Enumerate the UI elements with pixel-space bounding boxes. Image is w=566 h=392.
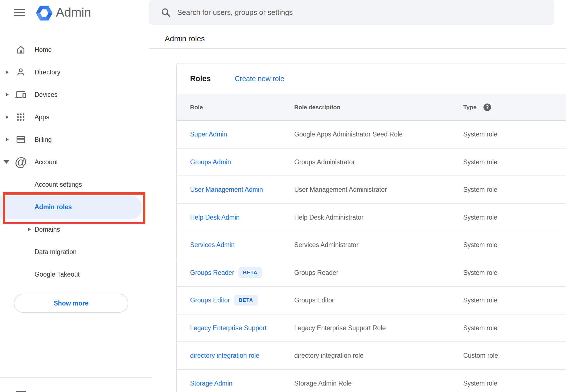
sidebar-item-label: Account [35, 158, 58, 166]
sidebar-item-google-takeout[interactable]: Google Takeout [0, 263, 145, 286]
role-link[interactable]: directory integration role [190, 352, 259, 359]
apps-grid-icon [15, 111, 26, 123]
table-row: Groups Admin Groups Administrator System… [177, 149, 566, 176]
table-row: Groups Editor BETA Groups Editor System … [177, 287, 566, 314]
role-description: Storage Admin Role [294, 379, 352, 387]
table-row: Groups Reader BETA Groups Reader System … [177, 259, 566, 287]
role-link[interactable]: Super Admin [190, 131, 227, 138]
role-link[interactable]: Groups Admin [190, 158, 231, 166]
table-row: directory integration role directory int… [177, 342, 566, 370]
sidebar: Home Directory Devices [0, 38, 145, 286]
sidebar-item-devices[interactable]: Devices [0, 83, 145, 106]
search-input[interactable] [177, 4, 554, 21]
role-type: System role [463, 379, 497, 387]
hamburger-icon [14, 15, 25, 16]
sidebar-item-home[interactable]: Home [0, 38, 145, 61]
role-link[interactable]: Services Admin [190, 241, 235, 249]
role-description: Legacy Enterprise Support Role [294, 324, 386, 332]
sidebar-item-domains[interactable]: Domains [0, 218, 145, 241]
role-description: Help Desk Administrator [294, 213, 364, 221]
column-header-type: Type [463, 104, 476, 111]
admin-logo-icon [36, 6, 53, 20]
search-bar[interactable] [149, 0, 554, 25]
product-title: Admin [56, 5, 91, 20]
hamburger-icon [14, 9, 25, 10]
sidebar-item-apps[interactable]: Apps [0, 106, 145, 128]
sidebar-item-label: Domains [35, 226, 60, 233]
sidebar-item-label: Billing [35, 136, 52, 143]
breadcrumb-divider [149, 48, 566, 49]
devices-icon [15, 89, 26, 100]
roles-table-body: Super Admin Google Apps Administrator Se… [177, 121, 566, 392]
sidebar-item-label: Data migration [35, 248, 77, 256]
table-row: Services Admin Services Administrator Sy… [177, 231, 566, 259]
search-icon [160, 7, 171, 18]
role-link[interactable]: Help Desk Admin [190, 213, 239, 221]
sidebar-item-label: Devices [35, 91, 58, 99]
sidebar-item-label: Google Takeout [35, 271, 80, 278]
create-new-role-link[interactable]: Create new role [235, 75, 284, 83]
role-description: Groups Administrator [294, 158, 355, 166]
role-type: System role [463, 213, 497, 221]
role-type: System role [463, 131, 497, 138]
sidebar-item-label: Account settings [35, 181, 82, 188]
role-description: directory integration role [294, 352, 364, 359]
role-link[interactable]: User Management Admin [190, 186, 263, 193]
sidebar-bottom-divider [0, 377, 152, 378]
sidebar-item-label: Directory [35, 69, 60, 76]
roles-title: Roles [190, 74, 211, 83]
home-icon [15, 44, 26, 55]
chevron-down-icon[interactable] [4, 160, 9, 164]
beta-badge: BETA [238, 267, 262, 278]
beta-badge: BETA [234, 295, 258, 306]
hamburger-menu-button[interactable] [14, 9, 25, 17]
table-row: Storage Admin Storage Admin Role System … [177, 370, 566, 392]
role-description: Services Administrator [294, 241, 359, 249]
column-header-role: Role [190, 104, 203, 111]
role-type: System role [463, 158, 497, 166]
chevron-right-icon[interactable] [6, 115, 9, 119]
role-link[interactable]: Legacy Enterprise Support [190, 324, 266, 332]
role-type: System role [463, 241, 497, 249]
sidebar-item-admin-roles[interactable]: Admin roles [0, 196, 145, 218]
at-sign-icon: @ [15, 156, 26, 168]
role-link[interactable]: Groups Editor [190, 297, 230, 304]
google-admin-console: Admin Admin roles Home [0, 0, 566, 392]
role-type: System role [463, 324, 497, 332]
chevron-right-icon[interactable] [6, 138, 9, 142]
sidebar-item-billing[interactable]: Billing [0, 128, 145, 151]
sidebar-item-account-settings[interactable]: Account settings [0, 173, 145, 196]
sidebar-item-directory[interactable]: Directory [0, 61, 145, 83]
chevron-right-icon[interactable] [6, 93, 9, 97]
hamburger-icon [14, 12, 25, 13]
person-icon [15, 67, 26, 78]
role-type: System role [463, 297, 497, 304]
chevron-right-icon[interactable] [28, 227, 31, 231]
partial-sidebar-icon [16, 391, 26, 392]
breadcrumb: Admin roles [165, 35, 205, 43]
role-description: Google Apps Administrator Seed Role [294, 131, 403, 138]
role-description: Groups Reader [294, 269, 338, 276]
role-type: System role [463, 186, 497, 193]
chevron-right-icon[interactable] [6, 70, 9, 74]
sidebar-item-label: Home [35, 46, 52, 54]
roles-table-header: Role Role description Type ? [177, 94, 566, 121]
sidebar-item-account[interactable]: @ Account [0, 151, 145, 173]
credit-card-icon [15, 134, 26, 145]
role-link[interactable]: Groups Reader [190, 269, 234, 276]
role-description: User Management Administrator [294, 186, 387, 193]
role-type: System role [463, 269, 497, 276]
sidebar-item-data-migration[interactable]: Data migration [0, 241, 145, 263]
roles-card-header: Roles Create new role [177, 63, 566, 94]
sidebar-item-label: Admin roles [35, 203, 72, 211]
table-row: User Management Admin User Management Ad… [177, 176, 566, 204]
table-row: Super Admin Google Apps Administrator Se… [177, 121, 566, 149]
column-header-description: Role description [294, 104, 341, 111]
roles-card: Roles Create new role Role Role descript… [176, 63, 566, 392]
show-more-button[interactable]: Show more [14, 294, 128, 313]
role-type: Custom role [463, 352, 498, 359]
role-description: Groups Editor [294, 297, 334, 304]
help-icon[interactable]: ? [483, 104, 491, 111]
table-row: Legacy Enterprise Support Legacy Enterpr… [177, 314, 566, 342]
role-link[interactable]: Storage Admin [190, 379, 232, 387]
